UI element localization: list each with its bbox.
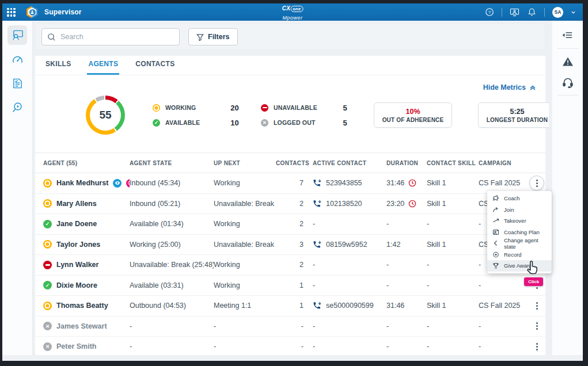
col-up-next[interactable]: UP NEXT	[214, 160, 276, 166]
table-row[interactable]: Hank Medhurst Inbound (45:34) Working	[35, 173, 545, 194]
top-bar: Supervisor CXone Mpower ? SA	[2, 3, 583, 21]
nav-interaction-search-item[interactable]	[7, 98, 27, 117]
active-contact-cell: se5000090599	[313, 302, 386, 310]
person-glyph	[30, 10, 35, 14]
contacts-cell: 1	[276, 281, 313, 289]
rail-divider	[557, 48, 578, 49]
table-row[interactable]: Lynn Walker Unavailable: Break (25:48) W…	[35, 255, 545, 276]
supervisor-monitor-icon	[12, 29, 24, 41]
supervisor-card: SKILLS AGENTS CONTACTS Hide Metrics 55	[35, 56, 545, 355]
search-box[interactable]	[41, 28, 180, 45]
menu-item-coaching-plan[interactable]: Coaching Plan	[487, 227, 552, 238]
agent-state-cell: Inbound (05:21)	[130, 200, 214, 208]
active-contact-cell: 08159w5952	[313, 241, 386, 249]
agent-name: Jane Doene	[56, 220, 97, 228]
table-row[interactable]: Peter Smith - - -	[35, 337, 545, 357]
tab-agents[interactable]: AGENTS	[87, 60, 119, 75]
inbound-phone-icon	[313, 179, 322, 187]
avatar-chevron-down-icon[interactable]	[571, 10, 576, 15]
col-campaign[interactable]: CAMPAIGN	[479, 160, 529, 166]
app-launcher-icon[interactable]	[7, 8, 16, 17]
notifications-bell-icon[interactable]	[527, 7, 537, 17]
menu-item-join[interactable]: Join	[487, 204, 552, 216]
tab-contacts[interactable]: CONTACTS	[134, 60, 176, 75]
voice-support-button[interactable]	[556, 72, 579, 93]
legend-unavailable: UNAVAILABLE5	[261, 101, 347, 115]
agent-state-cell: Available (01:34)	[130, 220, 214, 228]
contact-skill-cell: Skill 1	[427, 241, 479, 249]
left-navigation-rail	[2, 21, 33, 355]
col-agent[interactable]: AGENT (55)	[43, 160, 130, 166]
row-actions-menu-button[interactable]	[529, 319, 544, 334]
agent-state-cell: Unavailable: Break (25:48)	[130, 261, 214, 269]
double-chevron-up-icon	[529, 84, 536, 91]
contacts-cell: 2	[276, 200, 313, 208]
metric-cards: 10% OUT OF ADHERENCE 5:25 LONGEST DURATI…	[374, 102, 549, 128]
contact-skill-cell: -	[427, 220, 479, 228]
up-next-cell: -	[214, 322, 276, 330]
filters-button[interactable]: Filters	[188, 28, 238, 45]
menu-item-takeover[interactable]: Takeover	[487, 215, 552, 227]
contacts-cell: -	[276, 322, 313, 330]
col-duration[interactable]: DURATION	[386, 160, 427, 166]
up-next-cell: Meeting 1:1	[214, 302, 276, 310]
duration-cell: -	[386, 281, 427, 289]
menu-item-coach[interactable]: Coach	[487, 193, 552, 204]
alerts-button[interactable]	[556, 51, 579, 72]
col-contact-skill[interactable]: CONTACT SKILL	[427, 160, 479, 166]
svg-text:?: ?	[488, 10, 491, 15]
table-row[interactable]: Dixie Moore Available (03:31) Working	[35, 276, 545, 296]
agent-state-cell: Available (03:31)	[130, 281, 214, 289]
agent-status-icon	[43, 179, 52, 188]
help-icon[interactable]: ?	[484, 7, 494, 17]
longest-duration-card: 5:25 LONGEST DURATION	[478, 102, 549, 128]
nav-dashboard-item[interactable]	[7, 49, 27, 69]
row-actions-menu-button[interactable]	[529, 339, 544, 354]
filter-funnel-icon	[196, 33, 204, 41]
search-input[interactable]	[60, 33, 174, 41]
col-agent-state[interactable]: AGENT STATE	[130, 160, 214, 166]
table-row[interactable]: Taylor Jones Working (25:00) Unavailable…	[35, 235, 545, 256]
table-row[interactable]: Thomas Beatty Outbound (04:53) Meeting 1…	[35, 296, 545, 317]
tab-bar: SKILLS AGENTS CONTACTS	[35, 56, 545, 75]
col-active-contact[interactable]: ACTIVE CONTACT	[313, 160, 386, 166]
support-screen-icon[interactable]	[510, 7, 519, 17]
row-actions-menu-button[interactable]	[529, 176, 544, 190]
nav-reports-item[interactable]	[7, 74, 27, 93]
row-actions-menu-button[interactable]	[529, 298, 544, 313]
table-row[interactable]: Mary Allens Inbound (05:21) Unavailable:…	[35, 194, 545, 215]
inbound-phone-icon	[313, 302, 322, 310]
contacts-cell: 2	[276, 220, 313, 228]
agent-status-icon	[43, 342, 52, 351]
agent-status-icon	[43, 220, 52, 228]
hide-metrics-label: Hide Metrics	[483, 83, 526, 92]
hide-metrics-link[interactable]: Hide Metrics	[483, 83, 536, 92]
rail-divider	[557, 95, 578, 96]
user-avatar[interactable]: SA	[552, 7, 563, 18]
duration-cell: -	[386, 322, 427, 330]
chevron-left-icon	[492, 240, 499, 246]
nav-supervisor-item[interactable]	[7, 25, 27, 45]
menu-item-give-award[interactable]: Give Award	[487, 260, 552, 272]
agent-status-icon	[43, 322, 52, 330]
tab-skills[interactable]: SKILLS	[44, 60, 72, 75]
table-row[interactable]: James Stewart - - -	[35, 317, 545, 337]
monitoring-eye-icon	[113, 179, 122, 188]
agent-name: Taylor Jones	[56, 241, 100, 249]
agent-name: Thomas Beatty	[56, 302, 108, 310]
table-row[interactable]: Jane Doene Available (01:34) Working	[35, 214, 545, 235]
search-filter-toolbar: Filters	[35, 24, 545, 50]
agent-state-cell: Inbound (45:34)	[130, 179, 214, 187]
contacts-cell: -	[276, 342, 313, 350]
col-contacts[interactable]: CONTACTS	[276, 160, 313, 166]
agent-status-icon	[43, 199, 52, 208]
menu-item-record[interactable]: Record	[487, 249, 552, 261]
collapse-panel-button[interactable]	[556, 25, 579, 46]
active-contact-cell: -	[313, 261, 386, 269]
agent-status-icon	[43, 261, 52, 269]
contact-skill-cell: Skill 1	[427, 179, 479, 187]
menu-item-change-agent-state[interactable]: Change agent state	[487, 238, 552, 249]
up-next-cell: Working	[214, 220, 276, 228]
inbound-phone-icon	[313, 241, 322, 249]
duration-alert-clock-icon	[408, 200, 416, 208]
